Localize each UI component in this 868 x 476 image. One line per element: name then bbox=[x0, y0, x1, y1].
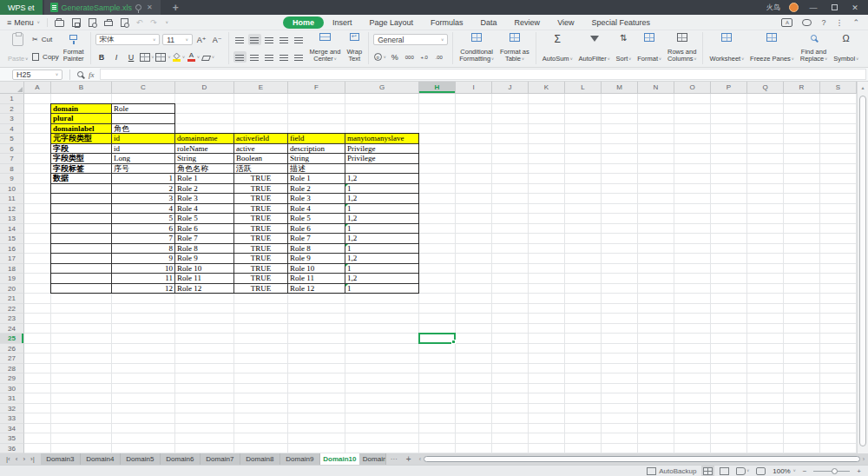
cell-K13[interactable] bbox=[529, 214, 565, 224]
cell-N22[interactable] bbox=[638, 304, 674, 314]
cell-E16[interactable]: TRUE bbox=[234, 244, 288, 255]
document-tab[interactable]: GenerateSample.xls ✕ bbox=[44, 0, 161, 15]
wps-home-button[interactable]: WPS et bbox=[0, 0, 43, 15]
cell-O18[interactable] bbox=[674, 264, 711, 274]
cell-R18[interactable] bbox=[784, 264, 820, 274]
cell-H5[interactable] bbox=[419, 134, 456, 144]
cell-K11[interactable] bbox=[529, 194, 565, 204]
cell-D32[interactable] bbox=[175, 404, 234, 414]
cell-C23[interactable] bbox=[112, 314, 175, 324]
cell-I8[interactable] bbox=[456, 164, 492, 175]
cell-L27[interactable] bbox=[565, 354, 602, 364]
cell-N33[interactable] bbox=[638, 413, 674, 424]
cell-P22[interactable] bbox=[711, 304, 747, 314]
cell-K3[interactable] bbox=[529, 114, 565, 124]
increase-font-icon[interactable]: A⁺ bbox=[195, 34, 208, 45]
cell-I4[interactable] bbox=[456, 124, 492, 135]
cell-G28[interactable] bbox=[345, 364, 419, 374]
cell-M7[interactable] bbox=[602, 154, 638, 164]
sheet-tab-domain10[interactable]: Domain10 bbox=[320, 453, 360, 465]
cell-D22[interactable] bbox=[175, 304, 234, 314]
cell-K32[interactable] bbox=[529, 404, 565, 414]
horizontal-scroll-thumb[interactable] bbox=[424, 456, 860, 462]
cell-L11[interactable] bbox=[565, 194, 602, 204]
cell-E9[interactable]: TRUE bbox=[234, 174, 288, 184]
cell-R20[interactable] bbox=[784, 284, 820, 294]
cell-M2[interactable] bbox=[602, 104, 638, 115]
cell-L28[interactable] bbox=[565, 364, 602, 374]
menu-tab-formulas[interactable]: Formulas bbox=[422, 17, 472, 28]
cell-N14[interactable] bbox=[638, 224, 674, 235]
cell-E19[interactable]: TRUE bbox=[234, 274, 288, 284]
cell-B12[interactable] bbox=[51, 204, 112, 215]
cell-M35[interactable] bbox=[602, 433, 638, 444]
export-pdf-icon[interactable] bbox=[89, 18, 96, 27]
cell-J8[interactable] bbox=[492, 164, 529, 175]
cell-K26[interactable] bbox=[529, 344, 565, 354]
cell-P23[interactable] bbox=[711, 314, 747, 324]
cell-C9[interactable]: 1 bbox=[112, 174, 175, 184]
cell-M5[interactable] bbox=[602, 134, 638, 144]
cell-Q31[interactable] bbox=[747, 393, 784, 404]
cell-Q7[interactable] bbox=[747, 154, 784, 164]
cell-B28[interactable] bbox=[51, 364, 112, 374]
cell-F23[interactable] bbox=[288, 314, 345, 324]
row-header-8[interactable]: 8 bbox=[0, 164, 24, 175]
cell-B33[interactable] bbox=[51, 413, 112, 424]
cell-M33[interactable] bbox=[602, 413, 638, 424]
cell-C6[interactable]: id bbox=[112, 144, 175, 155]
cell-A32[interactable] bbox=[24, 404, 51, 414]
cell-D19[interactable]: Role 11 bbox=[175, 274, 234, 284]
cell-M36[interactable] bbox=[602, 444, 638, 454]
cell-P35[interactable] bbox=[711, 433, 747, 444]
cell-F5[interactable]: field bbox=[288, 134, 345, 144]
cell-Q14[interactable] bbox=[747, 224, 784, 235]
cell-A5[interactable] bbox=[24, 134, 51, 144]
cell-I13[interactable] bbox=[456, 214, 492, 224]
cell-F26[interactable] bbox=[288, 344, 345, 354]
collapse-ribbon-icon[interactable]: ⌃ bbox=[852, 18, 859, 27]
cell-Q27[interactable] bbox=[747, 354, 784, 364]
menu-tab-view[interactable]: View bbox=[549, 17, 582, 28]
zoom-out-icon[interactable]: − bbox=[803, 467, 807, 475]
cell-J17[interactable] bbox=[492, 254, 529, 264]
cell-F2[interactable] bbox=[288, 104, 345, 115]
row-header-10[interactable]: 10 bbox=[0, 184, 24, 195]
cell-M26[interactable] bbox=[602, 344, 638, 354]
maximize-button[interactable] bbox=[828, 3, 840, 12]
cell-I1[interactable] bbox=[456, 94, 492, 104]
cell-P6[interactable] bbox=[711, 144, 747, 155]
cell-B16[interactable] bbox=[51, 244, 112, 255]
cell-I30[interactable] bbox=[456, 384, 492, 394]
cell-B15[interactable] bbox=[51, 234, 112, 244]
eye-protection-icon[interactable] bbox=[756, 467, 766, 475]
row-header-27[interactable]: 27 bbox=[0, 354, 24, 364]
cell-S12[interactable] bbox=[820, 204, 857, 215]
cell-I6[interactable] bbox=[456, 144, 492, 155]
menu-tab-special-features[interactable]: Special Features bbox=[582, 17, 659, 28]
cell-L21[interactable] bbox=[565, 294, 602, 304]
column-header-C[interactable]: C bbox=[112, 82, 175, 94]
cell-G22[interactable] bbox=[345, 304, 419, 314]
fill-color-button[interactable]: ˅ bbox=[172, 51, 185, 63]
cell-E34[interactable] bbox=[234, 424, 288, 434]
cell-M30[interactable] bbox=[602, 384, 638, 394]
cell-J29[interactable] bbox=[492, 374, 529, 384]
cell-C20[interactable]: 12 bbox=[112, 284, 175, 294]
main-menu-button[interactable]: ≡ Menu ˅ bbox=[0, 18, 47, 27]
cell-L22[interactable] bbox=[565, 304, 602, 314]
cell-Q23[interactable] bbox=[747, 314, 784, 324]
row-header-19[interactable]: 19 bbox=[0, 274, 24, 284]
row-header-22[interactable]: 22 bbox=[0, 304, 24, 314]
cell-G9[interactable]: 1,2 bbox=[345, 174, 419, 184]
cell-A31[interactable] bbox=[24, 393, 51, 404]
cell-O22[interactable] bbox=[674, 304, 711, 314]
row-header-32[interactable]: 32 bbox=[0, 404, 24, 414]
cell-J31[interactable] bbox=[492, 393, 529, 404]
cell-R17[interactable] bbox=[784, 254, 820, 264]
cell-E22[interactable] bbox=[234, 304, 288, 314]
cell-P29[interactable] bbox=[711, 374, 747, 384]
cell-I24[interactable] bbox=[456, 324, 492, 334]
cell-P18[interactable] bbox=[711, 264, 747, 274]
cell-C27[interactable] bbox=[112, 354, 175, 364]
